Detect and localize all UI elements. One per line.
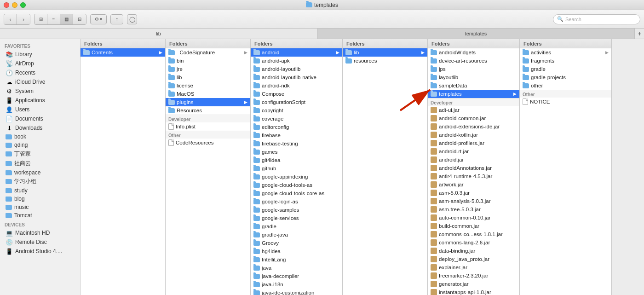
col-item-configscript[interactable]: configurationScript <box>251 98 342 106</box>
col-item-sampledata[interactable]: sampleData <box>428 81 519 90</box>
col-item-java-i18n[interactable]: java-i18n <box>251 280 342 289</box>
share-button[interactable]: ↑ <box>110 14 123 24</box>
col-item-contents[interactable]: Contents ▶ <box>80 48 165 57</box>
view-buttons[interactable]: ⊞ ≡ ▦ ⊟ <box>34 14 86 25</box>
col-item-plugins[interactable]: plugins ▶ <box>166 98 250 106</box>
sidebar-item-airdrop[interactable]: 📡 AirDrop <box>2 59 78 68</box>
col-item-asm-tree[interactable]: asm-tree-5.0.3.jar <box>428 205 519 214</box>
col-item-android-apk[interactable]: android-apk <box>251 57 342 65</box>
col-item-android-profilers[interactable]: android-profilers.jar <box>428 139 519 147</box>
col-item-bin[interactable]: bin <box>166 57 250 65</box>
sidebar-item-system[interactable]: ⚙ System <box>2 87 78 96</box>
col-item-infoplist[interactable]: Info.plist <box>166 122 250 131</box>
sidebar-item-music[interactable]: music <box>2 203 78 211</box>
close-button[interactable] <box>4 2 9 8</box>
view-list-button[interactable]: ≡ <box>47 14 60 24</box>
sidebar-item-tomcat[interactable]: Tomcat <box>2 211 78 220</box>
col-item-android-layoutlib-native[interactable]: android-layoutlib-native <box>251 73 342 81</box>
col-item-auto-common[interactable]: auto-common-0.10.jar <box>428 214 519 222</box>
col-item-androidwidgets[interactable]: androidWidgets <box>428 48 519 57</box>
col-item-androidAnnotations[interactable]: androidAnnotations.jar <box>428 164 519 172</box>
col-item-firebase[interactable]: firebase <box>251 131 342 139</box>
col-item-google-cloud-core[interactable]: google-cloud-tools-core-as <box>251 189 342 197</box>
col-item-android-kotlin[interactable]: android-kotlin.jar <box>428 131 519 139</box>
col-item-resources[interactable]: Resources <box>166 106 250 115</box>
nav-buttons[interactable]: ‹ › <box>4 14 30 25</box>
col-item-jps[interactable]: jps <box>428 65 519 73</box>
sidebar-item-blog[interactable]: blog <box>2 195 78 203</box>
col-item-gradle[interactable]: gradle <box>251 222 342 231</box>
sidebar-item-qding[interactable]: qding <box>2 141 78 149</box>
view-column-button[interactable]: ▦ <box>60 14 73 24</box>
col-item-intellilang[interactable]: IntelliLang <box>251 255 342 264</box>
col-item-google-services[interactable]: google-services <box>251 214 342 222</box>
col-item-explainer[interactable]: explainer.jar <box>428 263 519 272</box>
col-item-coderesources[interactable]: CodeResources <box>166 139 250 147</box>
sidebar-item-users[interactable]: 👤 Users <box>2 105 78 114</box>
col-item-android-common[interactable]: android-common.jar <box>428 114 519 122</box>
col-item-resources2[interactable]: resources <box>343 57 427 65</box>
col-item-license[interactable]: license <box>166 81 250 90</box>
col-item-asm-analysis[interactable]: asm-analysis-5.0.3.jar <box>428 197 519 205</box>
col-item-asm503[interactable]: asm-5.0.3.jar <box>428 189 519 197</box>
path-segment-templates[interactable]: templates <box>317 29 635 39</box>
col-item-hg4idea[interactable]: hg4idea <box>251 247 342 255</box>
maximize-button[interactable] <box>20 2 26 8</box>
sidebar-item-book[interactable]: book <box>2 133 78 141</box>
col-item-gradle2[interactable]: gradle <box>520 65 611 73</box>
view-cover-button[interactable]: ⊟ <box>73 14 86 24</box>
sidebar-item-study[interactable]: study <box>2 186 78 195</box>
col-item-google-appindexing[interactable]: google-appindexing <box>251 173 342 181</box>
back-button[interactable]: ‹ <box>4 14 17 24</box>
path-add-button[interactable]: + <box>635 29 644 39</box>
col-item-google-cloud-as[interactable]: google-cloud-tools-as <box>251 181 342 189</box>
col-item-commons-compress[interactable]: commons-co...ess-1.8.1.jar <box>428 230 519 238</box>
col-item-android-layoutlib[interactable]: android-layoutlib <box>251 65 342 73</box>
col-item-git4idea[interactable]: git4idea <box>251 156 342 164</box>
sidebar-item-downloads[interactable]: ⬇ Downloads <box>2 123 78 133</box>
col-item-commons-lang[interactable]: commons-lang-2.6.jar <box>428 238 519 247</box>
col-item-codesignature[interactable]: _CodeSignature ▶ <box>166 48 250 57</box>
col-item-layoutlib[interactable]: layoutlib <box>428 73 519 81</box>
col-item-templates[interactable]: templates ▶ <box>428 90 519 98</box>
col-item-compose[interactable]: Compose <box>251 90 342 98</box>
col-item-android[interactable]: android ▶ <box>251 48 342 57</box>
col-item-generator[interactable]: generator.jar <box>428 280 519 288</box>
sidebar-item-library[interactable]: 📚 Library <box>2 50 78 59</box>
col-item-android-rt[interactable]: android-rt.jar <box>428 147 519 156</box>
col-item-fragments[interactable]: fragments <box>520 57 611 65</box>
window-controls[interactable] <box>4 2 26 8</box>
sidebar-item-android-studio[interactable]: 📱 Android Studio 4.... <box>2 247 78 256</box>
col-item-adt-ui[interactable]: adt-ui.jar <box>428 106 519 114</box>
col-item-java-ide[interactable]: java-ide-customization <box>251 289 342 295</box>
col-item-activities[interactable]: activities ▶ <box>520 48 611 57</box>
col-item-jre[interactable]: jre <box>166 65 250 73</box>
col-item-copyright[interactable]: copyright <box>251 106 342 115</box>
col-item-github[interactable]: github <box>251 164 342 173</box>
sidebar-item-documents[interactable]: 📄 Documents <box>2 114 78 123</box>
col-item-antlr4[interactable]: antlr4-runtime-4.5.3.jar <box>428 172 519 180</box>
col-item-gradle-java[interactable]: gradle-java <box>251 231 342 239</box>
col-item-data-binding[interactable]: data-binding.jar <box>428 247 519 255</box>
col-item-other[interactable]: other <box>520 81 611 90</box>
col-item-editorconfig[interactable]: editorconfig <box>251 123 342 131</box>
col-item-android-ext[interactable]: android-extensions-ide.jar <box>428 122 519 131</box>
col-item-google-login[interactable]: google-login-as <box>251 197 342 206</box>
sidebar-item-icloud[interactable]: ☁ iCloud Drive <box>2 77 78 87</box>
col-item-google-samples[interactable]: google-samples <box>251 206 342 214</box>
col-item-artwork[interactable]: artwork.jar <box>428 180 519 189</box>
forward-button[interactable]: › <box>17 14 30 24</box>
col-item-device-art[interactable]: device-art-resources <box>428 57 519 65</box>
sidebar-item-workspace[interactable]: workspace <box>2 168 78 177</box>
sidebar-item-dingguanjia[interactable]: 丁管家 <box>2 149 78 159</box>
col-item-firebase-testing[interactable]: firebase-testing <box>251 139 342 148</box>
sidebar-item-macintosh[interactable]: 💻 Macintosh HD <box>2 228 78 237</box>
col-item-coverage[interactable]: coverage <box>251 115 342 123</box>
sidebar-item-shangyun[interactable]: 社商云 <box>2 159 78 168</box>
col-item-android-ndk[interactable]: android-ndk <box>251 81 342 90</box>
col-item-lib2[interactable]: lib ▶ <box>343 48 427 57</box>
col-item-java[interactable]: java <box>251 264 342 272</box>
path-segment-lib[interactable]: lib <box>0 29 317 39</box>
col-item-deploy-java[interactable]: deploy_java_proto.jar <box>428 255 519 263</box>
search-box[interactable]: 🔍 Search <box>553 14 640 24</box>
